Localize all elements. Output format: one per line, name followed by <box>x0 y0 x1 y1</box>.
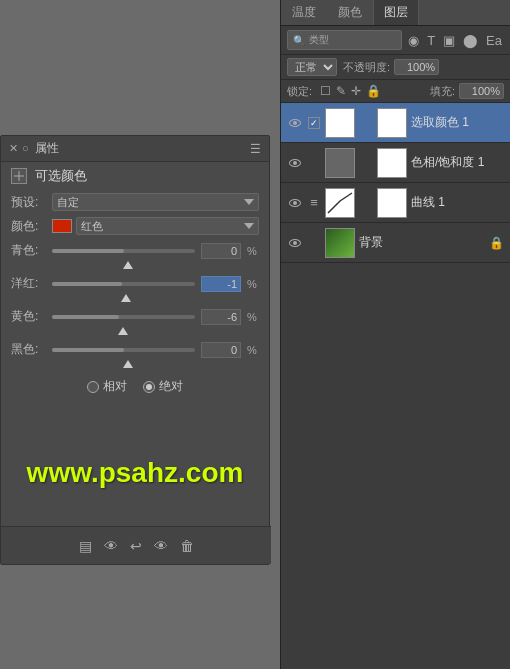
search-icon: 🔍 <box>293 35 305 46</box>
black-value-input[interactable] <box>201 342 241 358</box>
layer-item[interactable]: 背景 🔒 <box>281 223 510 263</box>
panel-close-icon[interactable]: ✕ <box>9 142 18 155</box>
lock-icons: ☐ ✎ ✛ 🔒 <box>320 84 381 98</box>
tab-tuceng[interactable]: 图层 <box>373 0 419 25</box>
cyan-slider-track[interactable] <box>52 249 195 253</box>
layer-filter-shape-icon[interactable]: ▣ <box>441 32 457 49</box>
opacity-input[interactable] <box>394 59 439 75</box>
preset-row: 预设: 自定 <box>1 190 269 214</box>
yellow-pct: % <box>247 311 259 323</box>
layer-thumbnail <box>325 108 355 138</box>
yellow-slider-section: 黄色: % <box>1 304 269 337</box>
lock-all-icon[interactable]: 🔒 <box>366 84 381 98</box>
yellow-slider-track[interactable] <box>52 315 195 319</box>
method-radio-row: 相对 绝对 <box>1 370 269 403</box>
color-select[interactable]: 红色 <box>76 217 259 235</box>
layer-visibility-toggle[interactable] <box>287 155 303 171</box>
black-slider-row: 黑色: % <box>11 341 259 358</box>
tab-yanse[interactable]: 颜色 <box>327 0 373 25</box>
blend-mode-row: 正常 不透明度: <box>281 55 510 80</box>
yellow-label: 黄色: <box>11 308 46 325</box>
lock-row: 锁定: ☐ ✎ ✛ 🔒 填充: <box>281 80 510 103</box>
eye-icon <box>289 239 301 247</box>
tab-wendu[interactable]: 温度 <box>281 0 327 25</box>
lock-pixels-icon[interactable]: ✎ <box>336 84 346 98</box>
layer-lock-icon: 🔒 <box>489 236 504 250</box>
cyan-label: 青色: <box>11 242 46 259</box>
layers-toolbar: 🔍 类型 ◉ T ▣ ⬤ Ea <box>281 26 510 55</box>
black-slider-section: 黑色: % <box>1 337 269 370</box>
panel-window-controls: ✕ ○ <box>9 142 29 155</box>
layer-item[interactable]: 色相/饱和度 1 <box>281 143 510 183</box>
fill-input[interactable] <box>459 83 504 99</box>
preset-select[interactable]: 自定 <box>52 193 259 211</box>
color-label: 颜色: <box>11 218 46 235</box>
layer-mask-thumbnail <box>377 108 407 138</box>
layer-thumbnail <box>325 228 355 258</box>
section-title-row: 可选颜色 <box>1 162 269 190</box>
bottom-preview-icon[interactable]: 👁 <box>154 538 168 554</box>
layer-mask-thumbnail <box>377 148 407 178</box>
blend-mode-select[interactable]: 正常 <box>287 58 337 76</box>
layer-link-icon <box>307 156 321 170</box>
section-title-text: 可选颜色 <box>35 167 87 185</box>
color-row: 颜色: 红色 <box>1 214 269 238</box>
black-slider-track[interactable] <box>52 348 195 352</box>
layers-panel: 温度 颜色 图层 🔍 类型 ◉ T ▣ ⬤ Ea 正常 不透明度: 锁定: ☐ … <box>280 0 510 669</box>
layer-item[interactable]: ✓ 选取颜色 1 <box>281 103 510 143</box>
cyan-slider-thumb[interactable] <box>123 261 133 269</box>
layer-chain-icon <box>359 196 373 210</box>
layer-filter-adjustment-icon[interactable]: ⬤ <box>461 32 480 49</box>
magenta-slider-section: 洋红: % <box>1 271 269 304</box>
panel-menu-icon[interactable]: ☰ <box>250 142 261 156</box>
bottom-undo-icon[interactable]: ↩ <box>130 538 142 554</box>
layer-visibility-toggle[interactable] <box>287 115 303 131</box>
bottom-delete-icon[interactable]: 🗑 <box>180 538 194 554</box>
absolute-radio-circle <box>143 381 155 393</box>
cyan-slider-section: 青色: % <box>1 238 269 271</box>
magenta-pct: % <box>247 278 259 290</box>
color-select-wrap: 红色 <box>52 217 259 235</box>
relative-radio[interactable]: 相对 <box>87 378 127 395</box>
yellow-slider-row: 黄色: % <box>11 308 259 325</box>
bottom-menu-icon[interactable]: ▤ <box>79 538 92 554</box>
layer-visibility-toggle[interactable] <box>287 195 303 211</box>
opacity-label: 不透明度: <box>343 60 390 75</box>
black-slider-thumb[interactable] <box>123 360 133 368</box>
black-thumb-row <box>11 358 259 370</box>
layer-link-icon: ✓ <box>307 116 321 130</box>
magenta-thumb-row <box>11 292 259 304</box>
layer-filter-pixel-icon[interactable]: ◉ <box>406 32 421 49</box>
yellow-value-input[interactable] <box>201 309 241 325</box>
bottom-visibility-icon[interactable]: 👁 <box>104 538 118 554</box>
panel-minimize-icon[interactable]: ○ <box>22 142 29 155</box>
layer-filter-smart-icon[interactable]: Ea <box>484 32 504 49</box>
yellow-slider-thumb[interactable] <box>118 327 128 335</box>
eye-icon <box>289 199 301 207</box>
layer-filter-text-icon[interactable]: T <box>425 32 437 49</box>
panel-title-row: ✕ ○ 属性 <box>9 140 59 157</box>
cyan-pct: % <box>247 245 259 257</box>
layer-toolbar-icons: ◉ T ▣ ⬤ Ea <box>406 32 504 49</box>
layer-visibility-toggle[interactable] <box>287 235 303 251</box>
black-pct: % <box>247 344 259 356</box>
color-swatch[interactable] <box>52 219 72 233</box>
absolute-radio-label: 绝对 <box>159 378 183 395</box>
magenta-slider-thumb[interactable] <box>121 294 131 302</box>
lock-position-icon[interactable]: ✛ <box>351 84 361 98</box>
magenta-slider-track[interactable] <box>52 282 195 286</box>
search-type-label: 类型 <box>309 33 329 47</box>
cyan-value-input[interactable] <box>201 243 241 259</box>
layer-name: 背景 <box>359 234 485 251</box>
panel-bottom-toolbar: ▤ 👁 ↩ 👁 🗑 <box>1 526 271 564</box>
layer-item[interactable]: ≡ 曲线 1 <box>281 183 510 223</box>
lock-transparent-icon[interactable]: ☐ <box>320 84 331 98</box>
layer-thumbnail <box>325 188 355 218</box>
layer-link-icon: ≡ <box>307 196 321 210</box>
layers-list: ✓ 选取颜色 1 色相/饱和度 1 ≡ <box>281 103 510 263</box>
panel-header: ✕ ○ 属性 ☰ <box>1 136 269 162</box>
absolute-radio[interactable]: 绝对 <box>143 378 183 395</box>
watermark-text: www.psahz.com <box>21 457 249 489</box>
magenta-slider-row: 洋红: % <box>11 275 259 292</box>
magenta-value-input[interactable] <box>201 276 241 292</box>
